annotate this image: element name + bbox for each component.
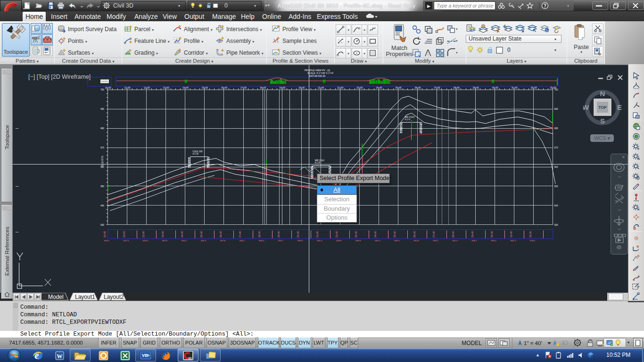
svg-text:23+00: 23+00: [356, 87, 363, 89]
svg-text:10+00: 10+00: [105, 87, 111, 89]
svg-text:26+50: 26+50: [413, 231, 416, 238]
svg-text:11+00: 11+00: [124, 87, 131, 89]
svg-text:31+00: 31+00: [512, 87, 518, 89]
svg-text:28+50: 28+50: [452, 231, 454, 238]
svg-text:700: 700: [100, 89, 104, 91]
svg-text:▁▁: ▁▁: [15, 230, 19, 232]
svg-text:14+50: 14+50: [181, 231, 183, 238]
svg-text:WD CULV: WD CULV: [405, 116, 415, 118]
svg-text:1" = 40': 1" = 40': [524, 340, 542, 346]
svg-text:630: 630: [100, 224, 104, 226]
svg-text:24+00: 24+00: [376, 87, 382, 89]
svg-text:690: 690: [100, 108, 104, 110]
svg-text:660: 660: [100, 166, 104, 168]
svg-text:640.0: 640.0: [104, 239, 110, 242]
svg-text:3D: 3D: [188, 357, 192, 360]
svg-text:650: 650: [100, 185, 104, 188]
svg-text:700: 700: [554, 89, 558, 91]
svg-text:Model: Model: [48, 294, 64, 300]
svg-text:16+50: 16+50: [219, 231, 222, 238]
svg-text:21+50: 21+50: [316, 231, 319, 238]
svg-text:20+00: 20+00: [298, 87, 305, 89]
svg-text:#: #: [637, 147, 640, 150]
svg-text:26+00: 26+00: [415, 87, 421, 89]
svg-text:A 1 W: A 1 W: [193, 153, 199, 155]
svg-text:660.0: 660.0: [297, 239, 303, 242]
svg-text:?: ?: [544, 3, 546, 8]
svg-text:DATUM 640.00: DATUM 640.00: [309, 74, 325, 77]
svg-text:630: 630: [554, 224, 558, 226]
svg-text:N: N: [600, 90, 605, 98]
svg-text:652.8: 652.8: [414, 239, 420, 242]
svg-text:25+50: 25+50: [393, 231, 396, 238]
svg-text:PROFILE VIEW PV - (2): PROFILE VIEW PV - (2): [305, 69, 330, 72]
svg-text:642.3: 642.3: [317, 239, 322, 242]
svg-text:W: W: [583, 103, 589, 111]
svg-text:647.3: 647.3: [124, 239, 129, 242]
svg-text:648.7: 648.7: [472, 239, 478, 242]
svg-text:690: 690: [554, 108, 558, 110]
svg-text:670: 670: [100, 147, 104, 149]
svg-text:▁▁: ▁▁: [15, 126, 19, 129]
svg-text:e: e: [35, 350, 39, 361]
svg-text:655.0: 655.0: [491, 239, 497, 242]
svg-text:654.6: 654.6: [143, 239, 149, 242]
svg-text:24+50: 24+50: [374, 231, 377, 238]
svg-text:25+00: 25+00: [395, 87, 401, 89]
svg-text:A: A: [637, 156, 640, 160]
svg-text:659.1: 659.1: [433, 239, 439, 242]
svg-text:27+00: 27+00: [434, 87, 440, 89]
svg-text:29+00: 29+00: [473, 87, 479, 89]
svg-text:32+50: 32+50: [529, 231, 532, 238]
svg-text:29+50: 29+50: [471, 231, 474, 238]
svg-text:WB CULV: WB CULV: [315, 159, 325, 162]
svg-text:640: 640: [100, 205, 104, 207]
svg-text:18+50: 18+50: [258, 231, 261, 238]
svg-text:644.6: 644.6: [530, 239, 536, 242]
svg-text:27+50: 27+50: [432, 231, 435, 238]
svg-text:30+00: 30+00: [492, 87, 498, 89]
svg-text:CULV 100: CULV 100: [193, 150, 203, 153]
svg-text:13+00: 13+00: [163, 87, 169, 89]
svg-text:640: 640: [554, 205, 558, 207]
svg-text:32+00: 32+00: [531, 87, 537, 89]
svg-text:660: 660: [554, 166, 558, 168]
svg-text:14+00: 14+00: [182, 87, 189, 89]
svg-text:670: 670: [554, 147, 558, 149]
svg-text:▁▁: ▁▁: [15, 184, 19, 187]
svg-text:12+50: 12+50: [142, 231, 145, 238]
svg-text:15+50: 15+50: [200, 231, 203, 238]
svg-text:19+00: 19+00: [279, 87, 285, 89]
svg-text:646.4: 646.4: [259, 239, 264, 242]
svg-text:31+50: 31+50: [510, 231, 512, 238]
svg-text:680: 680: [100, 127, 104, 130]
svg-text:15+00: 15+00: [202, 87, 208, 89]
svg-text:17+50: 17+50: [239, 231, 241, 238]
svg-text:11+50: 11+50: [123, 231, 125, 238]
svg-text:641.4: 641.4: [453, 239, 458, 242]
svg-text:Layout2: Layout2: [104, 294, 124, 300]
svg-text:662.3: 662.3: [511, 239, 516, 242]
svg-text:23+50: 23+50: [355, 231, 357, 238]
svg-text:A 1 R: A 1 R: [315, 162, 321, 164]
svg-text:17+00: 17+00: [240, 87, 247, 89]
svg-text:S: S: [600, 117, 605, 125]
svg-text:680: 680: [554, 127, 558, 130]
svg-text:663.2: 663.2: [375, 239, 380, 242]
svg-text:22+50: 22+50: [335, 231, 338, 238]
svg-text:16+00: 16+00: [221, 87, 227, 89]
svg-text:653.7: 653.7: [278, 239, 284, 242]
svg-text:664.1: 664.1: [239, 239, 245, 242]
svg-text:A 1 N: A 1 N: [405, 118, 410, 121]
svg-text:VB: VB: [142, 353, 148, 358]
svg-text:650.5: 650.5: [201, 239, 206, 242]
svg-text:657.8: 657.8: [220, 239, 226, 242]
svg-text:21+00: 21+00: [318, 87, 324, 89]
svg-text:661.9: 661.9: [162, 239, 168, 242]
svg-text:12+00: 12+00: [144, 87, 150, 89]
svg-text:18+00: 18+00: [260, 87, 266, 89]
svg-text:20+50: 20+50: [297, 231, 299, 238]
svg-text:10+50: 10+50: [103, 231, 106, 238]
svg-text:656.9: 656.9: [355, 239, 361, 242]
svg-text:650: 650: [554, 185, 558, 188]
